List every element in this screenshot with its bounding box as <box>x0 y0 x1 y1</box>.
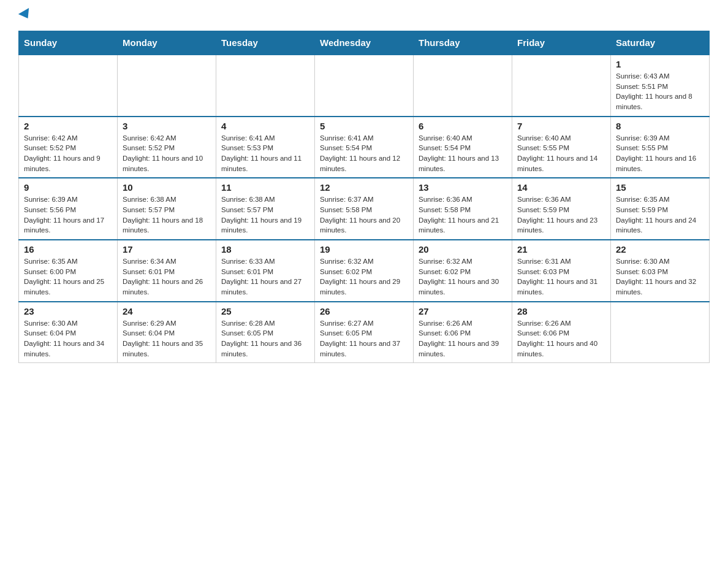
day-info: Sunrise: 6:40 AMSunset: 5:55 PMDaylight:… <box>517 133 605 174</box>
day-number: 7 <box>517 121 605 131</box>
day-number: 19 <box>320 244 408 255</box>
calendar-cell: 25Sunrise: 6:28 AMSunset: 6:05 PMDayligh… <box>216 302 315 363</box>
day-number: 2 <box>24 121 112 131</box>
day-info: Sunrise: 6:38 AMSunset: 5:57 PMDaylight:… <box>221 194 309 236</box>
day-info: Sunrise: 6:37 AMSunset: 5:58 PMDaylight:… <box>320 194 408 236</box>
calendar-cell: 13Sunrise: 6:36 AMSunset: 5:58 PMDayligh… <box>414 178 512 240</box>
calendar-cell: 26Sunrise: 6:27 AMSunset: 6:05 PMDayligh… <box>315 302 414 363</box>
weekday-header-saturday: Saturday <box>611 31 710 55</box>
calendar-week-row: 2Sunrise: 6:42 AMSunset: 5:52 PMDaylight… <box>19 117 710 178</box>
weekday-header-tuesday: Tuesday <box>216 31 315 55</box>
day-number: 3 <box>123 121 211 131</box>
day-info: Sunrise: 6:34 AMSunset: 6:01 PMDaylight:… <box>123 256 211 297</box>
weekday-header-monday: Monday <box>118 31 216 55</box>
day-info: Sunrise: 6:30 AMSunset: 6:04 PMDaylight:… <box>24 318 112 359</box>
calendar-cell: 12Sunrise: 6:37 AMSunset: 5:58 PMDayligh… <box>315 178 414 240</box>
calendar-cell: 18Sunrise: 6:33 AMSunset: 6:01 PMDayligh… <box>216 240 315 302</box>
day-info: Sunrise: 6:27 AMSunset: 6:05 PMDaylight:… <box>320 318 408 359</box>
day-info: Sunrise: 6:41 AMSunset: 5:53 PMDaylight:… <box>221 133 309 174</box>
day-number: 28 <box>517 306 605 316</box>
calendar-cell: 20Sunrise: 6:32 AMSunset: 6:02 PMDayligh… <box>414 240 512 302</box>
calendar-cell: 19Sunrise: 6:32 AMSunset: 6:02 PMDayligh… <box>315 240 414 302</box>
calendar-cell: 27Sunrise: 6:26 AMSunset: 6:06 PMDayligh… <box>414 302 512 363</box>
day-number: 15 <box>616 182 704 193</box>
calendar-cell: 6Sunrise: 6:40 AMSunset: 5:54 PMDaylight… <box>414 117 512 178</box>
day-number: 5 <box>320 121 408 131</box>
day-info: Sunrise: 6:35 AMSunset: 5:59 PMDaylight:… <box>616 194 704 236</box>
logo <box>18 12 32 21</box>
calendar-cell: 14Sunrise: 6:36 AMSunset: 5:59 PMDayligh… <box>512 178 611 240</box>
calendar-cell: 7Sunrise: 6:40 AMSunset: 5:55 PMDaylight… <box>512 117 611 178</box>
weekday-header-thursday: Thursday <box>414 31 512 55</box>
day-number: 20 <box>419 244 507 255</box>
calendar-cell <box>414 55 512 117</box>
day-number: 14 <box>517 182 605 193</box>
weekday-header-sunday: Sunday <box>19 31 118 55</box>
calendar-cell <box>315 55 414 117</box>
day-info: Sunrise: 6:32 AMSunset: 6:02 PMDaylight:… <box>320 256 408 297</box>
day-info: Sunrise: 6:42 AMSunset: 5:52 PMDaylight:… <box>123 133 211 174</box>
calendar-cell: 2Sunrise: 6:42 AMSunset: 5:52 PMDaylight… <box>19 117 118 178</box>
calendar-cell: 3Sunrise: 6:42 AMSunset: 5:52 PMDaylight… <box>118 117 216 178</box>
day-number: 24 <box>123 306 211 316</box>
calendar-cell: 11Sunrise: 6:38 AMSunset: 5:57 PMDayligh… <box>216 178 315 240</box>
day-info: Sunrise: 6:33 AMSunset: 6:01 PMDaylight:… <box>221 256 309 297</box>
day-info: Sunrise: 6:40 AMSunset: 5:54 PMDaylight:… <box>419 133 507 174</box>
day-info: Sunrise: 6:39 AMSunset: 5:56 PMDaylight:… <box>24 194 112 236</box>
page-header <box>18 12 710 21</box>
logo-triangle-icon <box>18 8 33 21</box>
day-info: Sunrise: 6:36 AMSunset: 5:59 PMDaylight:… <box>517 194 605 236</box>
day-number: 9 <box>24 182 112 193</box>
day-number: 26 <box>320 306 408 316</box>
calendar-header-row: SundayMondayTuesdayWednesdayThursdayFrid… <box>19 31 710 55</box>
day-info: Sunrise: 6:41 AMSunset: 5:54 PMDaylight:… <box>320 133 408 174</box>
day-info: Sunrise: 6:30 AMSunset: 6:03 PMDaylight:… <box>616 256 704 297</box>
day-number: 22 <box>616 244 704 255</box>
day-number: 6 <box>419 121 507 131</box>
weekday-header-friday: Friday <box>512 31 611 55</box>
calendar-cell: 24Sunrise: 6:29 AMSunset: 6:04 PMDayligh… <box>118 302 216 363</box>
day-number: 1 <box>616 59 704 69</box>
calendar-week-row: 16Sunrise: 6:35 AMSunset: 6:00 PMDayligh… <box>19 240 710 302</box>
day-info: Sunrise: 6:43 AMSunset: 5:51 PMDaylight:… <box>616 71 704 112</box>
calendar-cell: 9Sunrise: 6:39 AMSunset: 5:56 PMDaylight… <box>19 178 118 240</box>
weekday-header-wednesday: Wednesday <box>315 31 414 55</box>
day-number: 17 <box>123 244 211 255</box>
day-number: 12 <box>320 182 408 193</box>
day-info: Sunrise: 6:38 AMSunset: 5:57 PMDaylight:… <box>123 194 211 236</box>
day-number: 16 <box>24 244 112 255</box>
calendar-cell: 1Sunrise: 6:43 AMSunset: 5:51 PMDaylight… <box>611 55 710 117</box>
calendar-cell: 8Sunrise: 6:39 AMSunset: 5:55 PMDaylight… <box>611 117 710 178</box>
day-number: 18 <box>221 244 309 255</box>
day-info: Sunrise: 6:29 AMSunset: 6:04 PMDaylight:… <box>123 318 211 359</box>
day-info: Sunrise: 6:42 AMSunset: 5:52 PMDaylight:… <box>24 133 112 174</box>
calendar-cell: 23Sunrise: 6:30 AMSunset: 6:04 PMDayligh… <box>19 302 118 363</box>
calendar-cell: 17Sunrise: 6:34 AMSunset: 6:01 PMDayligh… <box>118 240 216 302</box>
calendar-week-row: 1Sunrise: 6:43 AMSunset: 5:51 PMDaylight… <box>19 55 710 117</box>
day-info: Sunrise: 6:26 AMSunset: 6:06 PMDaylight:… <box>517 318 605 359</box>
day-number: 23 <box>24 306 112 316</box>
day-number: 21 <box>517 244 605 255</box>
day-info: Sunrise: 6:35 AMSunset: 6:00 PMDaylight:… <box>24 256 112 297</box>
calendar-cell: 21Sunrise: 6:31 AMSunset: 6:03 PMDayligh… <box>512 240 611 302</box>
calendar-week-row: 9Sunrise: 6:39 AMSunset: 5:56 PMDaylight… <box>19 178 710 240</box>
day-number: 4 <box>221 121 309 131</box>
calendar-table: SundayMondayTuesdayWednesdayThursdayFrid… <box>18 31 710 363</box>
day-info: Sunrise: 6:28 AMSunset: 6:05 PMDaylight:… <box>221 318 309 359</box>
calendar-week-row: 23Sunrise: 6:30 AMSunset: 6:04 PMDayligh… <box>19 302 710 363</box>
calendar-cell: 4Sunrise: 6:41 AMSunset: 5:53 PMDaylight… <box>216 117 315 178</box>
day-info: Sunrise: 6:32 AMSunset: 6:02 PMDaylight:… <box>419 256 507 297</box>
calendar-cell <box>512 55 611 117</box>
day-number: 13 <box>419 182 507 193</box>
day-number: 8 <box>616 121 704 131</box>
calendar-cell: 28Sunrise: 6:26 AMSunset: 6:06 PMDayligh… <box>512 302 611 363</box>
calendar-cell: 10Sunrise: 6:38 AMSunset: 5:57 PMDayligh… <box>118 178 216 240</box>
day-number: 10 <box>123 182 211 193</box>
calendar-cell: 22Sunrise: 6:30 AMSunset: 6:03 PMDayligh… <box>611 240 710 302</box>
day-number: 11 <box>221 182 309 193</box>
calendar-cell <box>118 55 216 117</box>
day-number: 27 <box>419 306 507 316</box>
day-info: Sunrise: 6:31 AMSunset: 6:03 PMDaylight:… <box>517 256 605 297</box>
calendar-cell: 5Sunrise: 6:41 AMSunset: 5:54 PMDaylight… <box>315 117 414 178</box>
calendar-cell <box>611 302 710 363</box>
